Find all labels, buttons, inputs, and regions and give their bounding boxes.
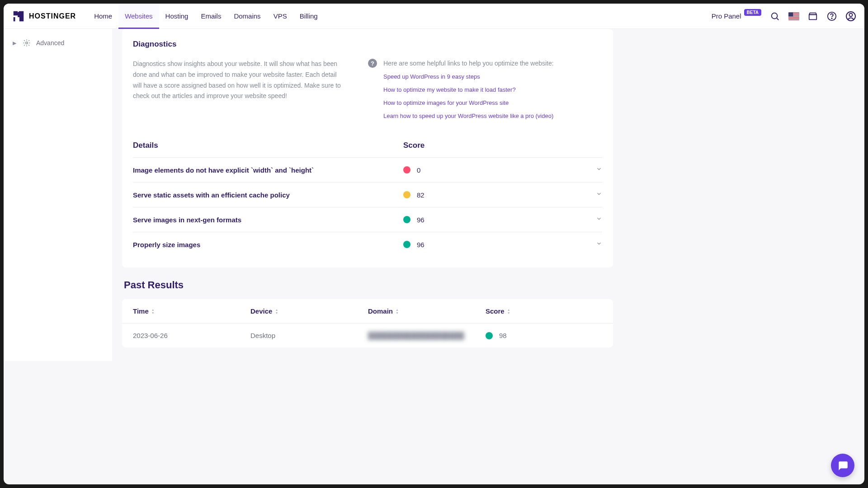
cell-device: Desktop — [250, 332, 368, 339]
chevron-down-icon — [596, 191, 602, 199]
help-link[interactable]: Learn how to speed up your WordPress web… — [383, 113, 602, 119]
sidebar: ▶ Advanced — [4, 29, 112, 361]
score-header: Score — [403, 141, 602, 150]
diagnostic-row[interactable]: Serve static assets with an efficient ca… — [133, 182, 602, 207]
chevron-right-icon: ▶ — [13, 40, 17, 46]
nav-hosting[interactable]: Hosting — [159, 4, 195, 29]
past-results-title: Past Results — [124, 279, 613, 291]
th-label: Domain — [368, 307, 393, 315]
svg-point-15 — [849, 13, 853, 16]
help-link[interactable]: Speed up WordPress in 9 easy steps — [383, 73, 602, 80]
score-value: 96 — [417, 216, 425, 224]
details-header: Details — [133, 141, 158, 150]
th-device[interactable]: Device ▲▼ — [250, 307, 368, 315]
help-icon[interactable] — [826, 11, 837, 22]
shopping-icon[interactable] — [807, 11, 818, 22]
search-icon[interactable] — [769, 11, 780, 22]
diagnostics-title: Diagnostics — [133, 40, 602, 49]
nav-billing[interactable]: Billing — [293, 4, 324, 29]
chat-widget-button[interactable] — [831, 454, 854, 477]
diagnostic-label: Serve images in next-gen formats — [133, 216, 241, 224]
beta-badge: BETA — [744, 9, 761, 16]
help-link[interactable]: How to optimize images for your WordPres… — [383, 99, 602, 106]
language-flag-icon[interactable] — [788, 11, 799, 22]
sort-icon: ▲▼ — [507, 308, 510, 314]
th-score[interactable]: Score ▲▼ — [486, 307, 602, 315]
main-nav: Home Websites Hosting Emails Domains VPS… — [88, 4, 324, 29]
sort-icon: ▲▼ — [151, 308, 155, 314]
nav-websites[interactable]: Websites — [118, 4, 159, 29]
question-icon: ? — [368, 59, 377, 68]
svg-point-13 — [831, 18, 832, 18]
score-dot-icon — [403, 241, 410, 248]
th-label: Device — [250, 307, 272, 315]
diagnostic-row[interactable]: Image elements do not have explicit `wid… — [133, 157, 602, 182]
pro-panel-label: Pro Panel — [712, 12, 741, 20]
nav-emails[interactable]: Emails — [194, 4, 227, 29]
svg-rect-6 — [788, 16, 799, 17]
pro-panel-link[interactable]: Pro Panel BETA — [712, 12, 761, 20]
th-label: Score — [486, 307, 505, 315]
nav-domains[interactable]: Domains — [227, 4, 267, 29]
svg-line-1 — [777, 18, 778, 20]
score-dot-icon — [403, 191, 410, 198]
logo[interactable]: HOSTINGER — [12, 9, 76, 23]
account-icon[interactable] — [845, 11, 856, 22]
score-dot-icon — [486, 332, 493, 339]
score-dot-icon — [403, 216, 410, 223]
sidebar-item-advanced[interactable]: ▶ Advanced — [4, 34, 112, 52]
chevron-down-icon — [596, 216, 602, 224]
sort-icon: ▲▼ — [396, 308, 399, 314]
score-dot-icon — [403, 166, 410, 174]
score-value: 0 — [417, 166, 420, 174]
sidebar-item-label: Advanced — [36, 39, 64, 47]
hostinger-logo-icon — [12, 9, 25, 23]
logo-text: HOSTINGER — [29, 12, 76, 20]
help-intro: Here are some helpful links to help you … — [383, 60, 554, 67]
svg-point-0 — [772, 13, 778, 19]
help-link[interactable]: How to optimize my website to make it lo… — [383, 86, 602, 93]
diagnostic-label: Image elements do not have explicit `wid… — [133, 166, 314, 174]
svg-point-16 — [26, 42, 28, 44]
diagnostic-row[interactable]: Properly size images 96 — [133, 232, 602, 257]
svg-rect-10 — [809, 14, 817, 19]
cell-domain-redacted: ████████████████████ — [368, 332, 464, 339]
score-value: 82 — [417, 191, 425, 199]
chevron-down-icon — [596, 240, 602, 249]
gear-icon — [23, 39, 31, 47]
nav-home[interactable]: Home — [88, 4, 118, 29]
th-domain[interactable]: Domain ▲▼ — [368, 307, 486, 315]
diagnostic-row[interactable]: Serve images in next-gen formats 96 — [133, 207, 602, 232]
cell-score: 98 — [499, 332, 507, 339]
cell-time: 2023-06-26 — [133, 332, 250, 339]
table-row: 2023-06-26 Desktop ████████████████████ … — [122, 324, 613, 347]
th-label: Time — [133, 307, 149, 315]
svg-rect-7 — [788, 18, 799, 18]
svg-rect-9 — [788, 12, 793, 16]
diagnostic-label: Properly size images — [133, 241, 200, 249]
svg-rect-8 — [788, 19, 799, 19]
diagnostics-description: Diagnostics show insights about your web… — [133, 59, 345, 126]
chevron-down-icon — [596, 166, 602, 174]
th-time[interactable]: Time ▲▼ — [133, 307, 250, 315]
score-value: 96 — [417, 241, 425, 249]
sort-icon: ▲▼ — [275, 308, 278, 314]
nav-vps[interactable]: VPS — [267, 4, 293, 29]
diagnostic-label: Serve static assets with an efficient ca… — [133, 191, 290, 199]
